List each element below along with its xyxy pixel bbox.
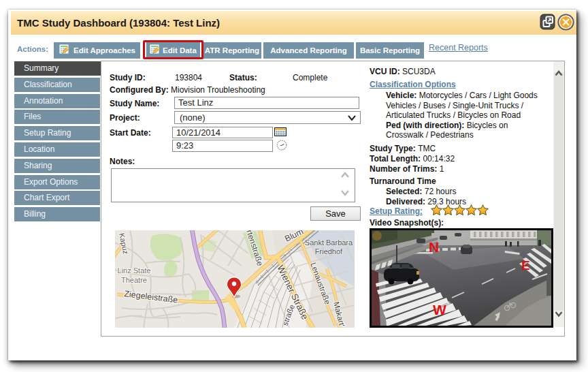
svg-text:Linz State: Linz State bbox=[118, 266, 151, 275]
svg-text:W: W bbox=[433, 302, 446, 317]
svg-text:Friedhof: Friedhof bbox=[315, 247, 343, 255]
svg-text:Theatre: Theatre bbox=[121, 276, 147, 284]
svg-text:Sankt Barbara: Sankt Barbara bbox=[305, 238, 353, 247]
svg-text:E: E bbox=[521, 258, 530, 273]
svg-text:N: N bbox=[429, 239, 439, 255]
